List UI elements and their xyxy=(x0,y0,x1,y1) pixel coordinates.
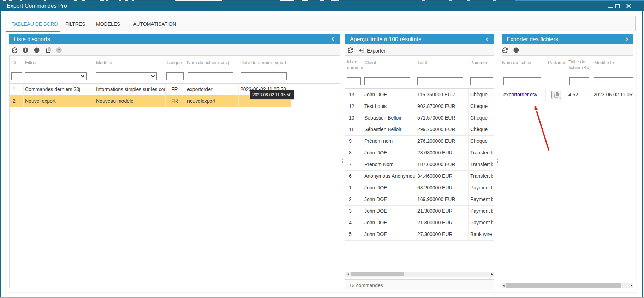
svg-text:?: ? xyxy=(58,48,60,52)
